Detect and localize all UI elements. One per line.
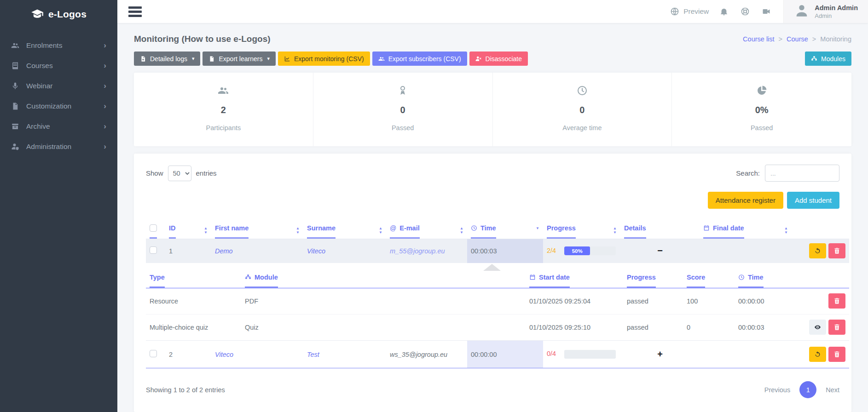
cell-progress: passed: [623, 288, 683, 314]
sidebar-item-courses[interactable]: Courses ›: [0, 56, 117, 76]
module-row: Multiple-choice quiz Quiz 01/10/2025 09:…: [146, 314, 849, 340]
breadcrumb: Course list > Course > Monitoring: [743, 35, 851, 43]
expand-details-button[interactable]: +: [653, 349, 667, 360]
col-first-name-header[interactable]: First name▲▼: [211, 222, 303, 239]
delete-button[interactable]: [828, 347, 845, 362]
video-camera-icon[interactable]: [762, 7, 771, 16]
sort-icons: ▲▼: [204, 224, 208, 235]
sidebar-item-customization[interactable]: Customization ›: [0, 96, 117, 116]
modules-button[interactable]: Modules: [805, 52, 851, 66]
graduation-cap-icon: [31, 8, 44, 21]
cell-time: 00:00:00: [467, 341, 543, 368]
cell-id: 2: [165, 341, 211, 368]
next-page-button[interactable]: Next: [826, 386, 839, 394]
file-export-icon: [208, 56, 215, 62]
select-all-header[interactable]: [146, 222, 165, 239]
collapse-details-button[interactable]: −: [653, 245, 667, 257]
breadcrumb-separator: >: [779, 35, 782, 43]
progress-ratio: 2/4: [547, 247, 556, 254]
breadcrumb-course[interactable]: Course: [787, 35, 808, 43]
sidebar-item-administration[interactable]: Administration ›: [0, 137, 117, 157]
sort-desc-icon: ▼: [536, 224, 539, 230]
export-learners-button[interactable]: Export learners ▾: [203, 52, 275, 66]
delete-module-button[interactable]: [828, 293, 845, 309]
menu-toggle-button[interactable]: [126, 2, 145, 22]
cell-score: 100: [683, 288, 735, 314]
cell-time: 00:00:03: [467, 239, 543, 263]
view-answers-button[interactable]: [809, 320, 826, 335]
col-email-header[interactable]: @E-mail▲▼: [386, 222, 467, 239]
stat-value: 0%: [672, 105, 851, 115]
breadcrumb-current: Monitoring: [820, 35, 851, 43]
cell-time: 00:00:00: [735, 288, 793, 314]
delete-module-button[interactable]: [828, 320, 845, 335]
clock-icon: [738, 274, 745, 280]
table-row: 2 Viteco Test ws_35@jogroup.eu 00:00:00 …: [146, 341, 849, 368]
help-life-ring-icon[interactable]: [741, 7, 750, 16]
cell-progress: passed: [623, 314, 683, 340]
subcol-time-header: Time: [735, 271, 793, 288]
user-name: Admin Admin: [815, 4, 858, 12]
email-link[interactable]: m_55@jogroup.eu: [390, 247, 445, 255]
detailed-logs-button[interactable]: Detailed logs ▾: [134, 52, 200, 66]
surname-link[interactable]: Test: [307, 351, 319, 358]
col-time-header[interactable]: Time▼: [467, 222, 543, 239]
row-checkbox[interactable]: [150, 246, 157, 254]
stat-passed-percent: 0% Passed: [672, 73, 851, 146]
attendance-register-button[interactable]: Attendance register: [708, 192, 783, 209]
stat-label: Average time: [493, 124, 672, 132]
preview-button[interactable]: Preview: [670, 7, 709, 16]
export-monitoring-button[interactable]: Export monitoring (CSV): [278, 52, 370, 66]
col-final-date-header[interactable]: Final date▲▼: [700, 222, 792, 239]
user-shield-icon: [11, 143, 19, 151]
current-page-button[interactable]: 1: [799, 381, 816, 398]
sidebar-item-webinar[interactable]: Webinar ›: [0, 76, 117, 96]
surname-link[interactable]: Viteco: [307, 247, 325, 255]
disassociate-button[interactable]: Disassociate: [469, 52, 528, 66]
previous-page-button[interactable]: Previous: [764, 386, 790, 394]
sync-icon: [814, 247, 821, 254]
sort-icons: ▲▼: [613, 224, 617, 235]
users-icon: [218, 85, 229, 96]
monitoring-table-card: Show 50 entries Search: Attendance regis…: [134, 154, 851, 412]
search-input[interactable]: [765, 165, 839, 182]
users-icon: [11, 41, 19, 50]
details-pointer-icon: [483, 264, 501, 271]
trash-icon: [833, 351, 840, 358]
stat-label: Participants: [134, 124, 313, 132]
page-size-select[interactable]: 50: [168, 166, 191, 181]
sort-icons: ▲▼: [296, 224, 300, 235]
refresh-button[interactable]: [809, 347, 826, 362]
select-all-checkbox[interactable]: [150, 224, 157, 232]
sidebar-item-enrolments[interactable]: Enrolments ›: [0, 35, 117, 56]
page-title: Monitoring (How to use e-Logos): [134, 34, 271, 44]
breadcrumb-course-list[interactable]: Course list: [743, 35, 775, 43]
user-menu[interactable]: Admin Admin Admin: [783, 0, 868, 23]
notifications-bell-icon[interactable]: [719, 7, 729, 16]
first-name-link[interactable]: Viteco: [215, 351, 233, 358]
row-checkbox[interactable]: [150, 350, 157, 357]
caret-down-icon: ▾: [267, 56, 270, 62]
delete-button[interactable]: [828, 243, 845, 258]
col-surname-header[interactable]: Surname▲▼: [303, 222, 386, 239]
subcol-module-header: Module: [241, 271, 526, 288]
col-id-header[interactable]: ID▲▼: [165, 222, 211, 239]
sidebar-item-archive[interactable]: Archive ›: [0, 116, 117, 137]
cell-start-date: 01/10/2025 09:25:04: [526, 288, 623, 314]
first-name-link[interactable]: Demo: [215, 247, 233, 255]
col-progress-header[interactable]: Progress▲▼: [543, 222, 620, 239]
export-subscribers-button[interactable]: Export subscribers (CSV): [372, 52, 467, 66]
monitoring-table: ID▲▼ First name▲▼ Surname▲▼ @E-mail▲▼ Ti…: [146, 222, 849, 368]
caret-down-icon: ▾: [192, 56, 195, 62]
globe-icon: [670, 7, 679, 16]
stat-value: 0: [313, 105, 492, 115]
sidebar-item-label: Webinar: [26, 82, 52, 90]
subcol-actions-header: [793, 271, 849, 288]
sidebar-item-label: Enrolments: [26, 41, 62, 50]
add-student-button[interactable]: Add student: [787, 192, 839, 209]
app-logo[interactable]: e-Logos: [0, 0, 117, 28]
file-download-icon: [140, 56, 146, 62]
book-icon: [11, 62, 19, 70]
refresh-button[interactable]: [809, 243, 826, 258]
cell-final-date: [700, 239, 792, 263]
